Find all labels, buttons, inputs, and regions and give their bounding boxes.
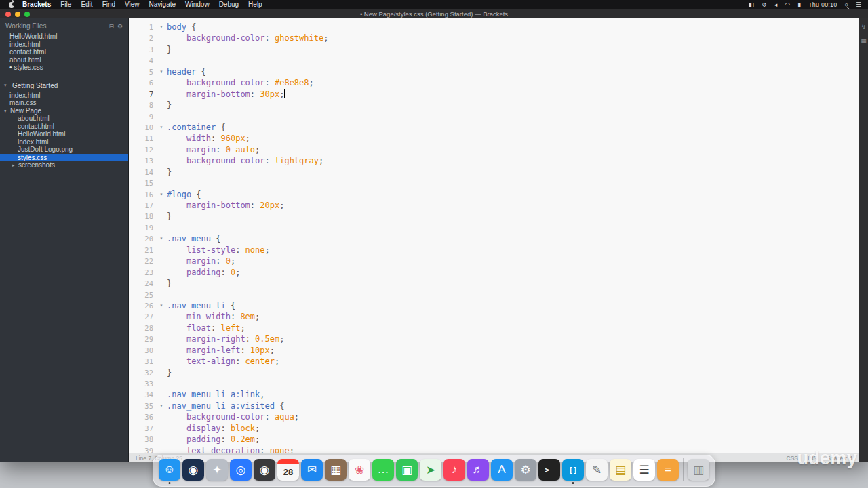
menu-find[interactable]: Find xyxy=(98,0,120,9)
dock-item-brackets[interactable]: [] xyxy=(562,459,584,481)
notification-center-icon[interactable]: ☰ xyxy=(856,0,861,9)
tree-item[interactable]: HelloWorld.html xyxy=(0,130,128,138)
dock-item-podcasts[interactable]: ♬ xyxy=(467,459,489,481)
code-line[interactable]: 28 float: left; xyxy=(129,323,859,333)
code-line[interactable]: 13 background-color: lightgray; xyxy=(129,155,859,166)
dock-item-photos[interactable]: ❀ xyxy=(349,459,370,481)
code-line[interactable]: 22 margin: 0; xyxy=(129,256,859,266)
dock-item-notes[interactable]: ▤ xyxy=(610,459,631,481)
code-line[interactable]: 32} xyxy=(129,367,859,378)
menu-help[interactable]: Help xyxy=(243,0,267,9)
dock-item-siri[interactable]: ◉ xyxy=(182,459,204,481)
menu-view[interactable]: View xyxy=(120,0,144,9)
dock-item-trash[interactable]: ▥ xyxy=(688,459,709,481)
code-line[interactable]: 16▾#logo { xyxy=(129,189,859,200)
code-line[interactable]: 2 background-color: ghostwhite; xyxy=(129,33,859,43)
dock-item-safari[interactable]: ◎ xyxy=(230,459,252,481)
code-line[interactable]: 5▾header { xyxy=(129,66,859,77)
code-line[interactable]: 21 list-style: none; xyxy=(129,245,859,256)
code-line[interactable]: 23 padding: 0; xyxy=(129,267,859,278)
tree-item[interactable]: styles.css xyxy=(0,154,128,162)
menu-file[interactable]: File xyxy=(56,0,76,9)
menu-brackets[interactable]: Brackets xyxy=(18,0,56,9)
working-file-item[interactable]: HelloWorld.html xyxy=(0,33,128,41)
dock-item-textedit[interactable]: ✎ xyxy=(586,459,608,481)
code-line[interactable]: 7 margin-bottom: 30px; xyxy=(129,89,859,100)
editor-pane[interactable]: 1▾body {2 background-color: ghostwhite;3… xyxy=(129,18,859,462)
wifi-icon[interactable]: ◠ xyxy=(785,0,790,9)
dock-item-reminders[interactable]: ☰ xyxy=(633,459,655,481)
dock-item-system-preferences[interactable]: ⚙ xyxy=(515,459,536,481)
code-line[interactable]: 35▾.nav_menu li a:visited { xyxy=(129,401,859,411)
collapse-icon[interactable]: ▾ xyxy=(4,83,9,88)
collapse-icon[interactable]: ▾ xyxy=(4,107,9,115)
code-line[interactable]: 39 text-decoration: none; xyxy=(129,445,859,453)
code-line[interactable]: 19 xyxy=(129,222,859,233)
fold-arrow-icon[interactable]: ▾ xyxy=(156,401,167,411)
code-line[interactable]: 14} xyxy=(129,167,859,178)
code-line[interactable]: 6 background-color: #e8e8e8; xyxy=(129,77,859,88)
code-line[interactable]: 27 min-width: 8em; xyxy=(129,311,859,322)
title-bar[interactable]: • New Page/styles.css (Getting Started) … xyxy=(0,9,868,18)
extension-manager-icon[interactable]: ▦ xyxy=(861,38,867,44)
fold-arrow-icon[interactable]: ▾ xyxy=(156,233,167,244)
dock-item-terminal[interactable]: >_ xyxy=(538,459,560,481)
dock-item-messages[interactable]: … xyxy=(372,459,394,481)
display-icon[interactable]: ◧ xyxy=(749,0,755,9)
project-root[interactable]: ▾ Getting Started xyxy=(0,81,128,92)
tree-item[interactable]: index.html xyxy=(0,92,128,100)
code-line[interactable]: 9 xyxy=(129,111,859,122)
menu-bar-clock[interactable]: Thu 00:10 xyxy=(808,1,837,8)
code-line[interactable]: 24} xyxy=(129,278,859,289)
split-view-icon[interactable]: ⊟ xyxy=(108,23,114,30)
apple-menu[interactable] xyxy=(7,2,16,8)
dock-item-calendar[interactable]: 28 xyxy=(277,459,299,481)
spotlight-icon[interactable]: ○ xyxy=(844,0,848,9)
fold-arrow-icon[interactable]: ▾ xyxy=(156,300,167,311)
code-line[interactable]: 31 text-align: center; xyxy=(129,356,859,367)
tree-item[interactable]: ▾New Page xyxy=(0,107,128,115)
tree-item[interactable]: main.css xyxy=(0,99,128,107)
working-file-item[interactable]: index.html xyxy=(0,41,128,49)
tree-item[interactable]: contact.html xyxy=(0,123,128,131)
working-file-item[interactable]: contact.html xyxy=(0,48,128,56)
code-area[interactable]: 1▾body {2 background-color: ghostwhite;3… xyxy=(129,18,859,453)
code-line[interactable]: 17 margin-bottom: 20px; xyxy=(129,200,859,211)
code-line[interactable]: 3} xyxy=(129,44,859,55)
working-file-item[interactable]: •styles.css xyxy=(0,64,128,72)
code-line[interactable]: 38 padding: 0.2em; xyxy=(129,434,859,445)
code-line[interactable]: 29 margin-right: 0.5em; xyxy=(129,333,859,344)
working-file-item[interactable]: about.html xyxy=(0,56,128,64)
dock-item-photo-booth[interactable]: ◉ xyxy=(254,459,275,481)
code-line[interactable]: 12 margin: 0 auto; xyxy=(129,144,859,155)
code-line[interactable]: 1▾body { xyxy=(129,22,859,33)
menu-debug[interactable]: Debug xyxy=(214,0,243,9)
tree-item[interactable]: JustDoIt Logo.png xyxy=(0,146,128,154)
dock-item-launchpad[interactable]: ✦ xyxy=(206,459,228,481)
fold-arrow-icon[interactable]: ▾ xyxy=(156,22,167,33)
code-line[interactable]: 30 margin-left: 10px; xyxy=(129,345,859,356)
menu-edit[interactable]: Edit xyxy=(76,0,97,9)
code-line[interactable]: 37 display: block; xyxy=(129,423,859,434)
dock-item-contacts[interactable]: ▦ xyxy=(325,459,347,481)
gear-icon[interactable]: ⚙ xyxy=(117,23,123,30)
live-preview-icon[interactable]: ↯ xyxy=(861,24,867,30)
tree-item[interactable]: ▸screenshots xyxy=(0,161,128,169)
code-line[interactable]: 4 xyxy=(129,55,859,66)
code-line[interactable]: 25 xyxy=(129,289,859,300)
code-line[interactable]: 8} xyxy=(129,100,859,110)
battery-icon[interactable]: ▮ xyxy=(797,0,801,9)
dock-item-music[interactable]: ♪ xyxy=(443,459,465,481)
dock-item-calculator[interactable]: = xyxy=(657,459,679,481)
code-line[interactable]: 34.nav_menu li a:link, xyxy=(129,389,859,400)
dock-item-app-store[interactable]: A xyxy=(491,459,513,481)
menu-window[interactable]: Window xyxy=(180,0,214,9)
dock-item-maps[interactable]: ➤ xyxy=(420,459,441,481)
code-line[interactable]: 11 width: 960px; xyxy=(129,133,859,144)
expand-icon[interactable]: ▸ xyxy=(12,161,18,169)
menu-navigate[interactable]: Navigate xyxy=(144,0,180,9)
code-line[interactable]: 20▾.nav_menu { xyxy=(129,233,859,244)
code-line[interactable]: 26▾.nav_menu li { xyxy=(129,300,859,311)
tree-item[interactable]: index.html xyxy=(0,138,128,146)
code-line[interactable]: 33 xyxy=(129,378,859,389)
